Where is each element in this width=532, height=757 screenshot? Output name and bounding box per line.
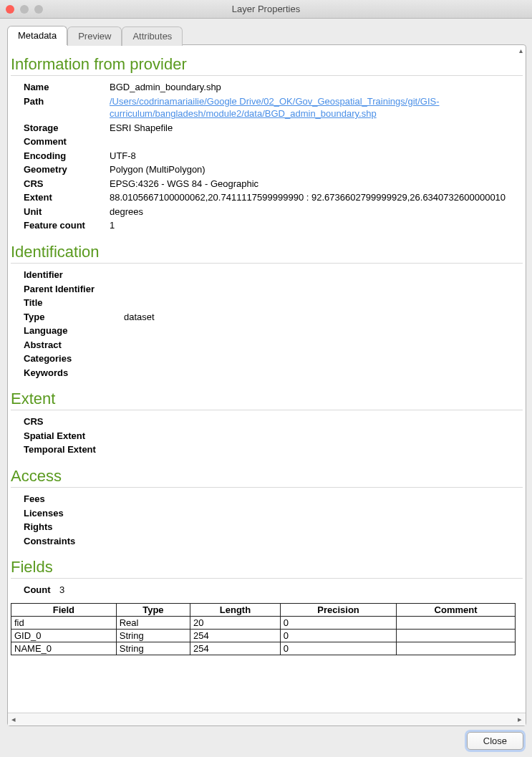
cell-field: GID_0	[11, 629, 117, 642]
value-identifier	[124, 269, 523, 281]
label-encoding: Encoding	[24, 150, 110, 163]
section-heading-identification: Identification	[11, 243, 523, 264]
value-parent-identifier	[124, 283, 523, 296]
section-heading-provider: Information from provider	[11, 55, 523, 76]
value-encoding: UTF-8	[110, 150, 523, 163]
window-title: Layer Properties	[0, 4, 532, 14]
label-categories: Categories	[24, 352, 124, 365]
value-fields-count: 3	[59, 584, 523, 597]
value-keywords	[124, 367, 523, 380]
dialog-footer: Close	[7, 726, 526, 750]
titlebar: Layer Properties	[0, 0, 532, 19]
window-body: Metadata Preview Attributes ▴ Informatio…	[0, 19, 532, 757]
value-spatial-extent	[124, 430, 523, 443]
value-licenses	[110, 507, 523, 520]
label-identifier: Identifier	[24, 269, 124, 281]
label-language: Language	[24, 324, 124, 337]
tab-metadata[interactable]: Metadata	[7, 26, 67, 45]
label-comment: Comment	[24, 135, 110, 148]
value-extent-crs	[124, 415, 523, 428]
scroll-left-icon[interactable]: ◂	[8, 714, 19, 725]
horizontal-scrollbar[interactable]: ◂ ▸	[8, 713, 526, 725]
label-crs: CRS	[24, 178, 110, 191]
fields-table: Field Type Length Precision Comment fid …	[11, 603, 516, 655]
label-storage: Storage	[24, 122, 110, 135]
label-licenses: Licenses	[24, 507, 110, 520]
path-link[interactable]: /Users/codrinamariailie/Google Drive/02_…	[110, 96, 440, 120]
cell-length: 254	[190, 642, 281, 655]
label-parent-identifier: Parent Identifier	[24, 283, 124, 296]
value-language	[124, 324, 523, 337]
value-extent: 88.0105667100000062,20.7411117599999990 …	[110, 191, 523, 204]
value-comment	[110, 135, 523, 148]
cell-field: NAME_0	[11, 642, 117, 655]
table-header-row: Field Type Length Precision Comment	[11, 603, 516, 616]
cell-type: String	[116, 642, 190, 655]
cell-type: String	[116, 629, 190, 642]
tab-attributes[interactable]: Attributes	[122, 26, 183, 46]
metadata-scroll-area[interactable]: ▴ Information from provider NameBGD_admi…	[8, 45, 526, 713]
value-constraints	[110, 535, 523, 548]
label-unit: Unit	[24, 206, 110, 218]
th-type: Type	[116, 603, 190, 616]
label-fields-count: Count	[24, 584, 59, 597]
th-precision: Precision	[280, 603, 396, 616]
label-keywords: Keywords	[24, 367, 124, 380]
cell-comment	[397, 642, 516, 655]
table-row: GID_0 String 254 0	[11, 629, 516, 642]
close-button[interactable]: Close	[467, 732, 523, 750]
cell-precision: 0	[280, 642, 396, 655]
label-extent-crs: CRS	[24, 415, 124, 428]
access-block: Fees Licenses Rights Constraints	[11, 489, 523, 549]
cell-field: fid	[11, 616, 117, 629]
label-extent: Extent	[24, 191, 110, 204]
value-unit: degrees	[110, 206, 523, 218]
tabs: Metadata Preview Attributes	[7, 26, 526, 45]
cell-comment	[397, 629, 516, 642]
th-length: Length	[190, 603, 281, 616]
label-type: Type	[24, 311, 124, 324]
label-spatial-extent: Spatial Extent	[24, 430, 124, 443]
th-comment: Comment	[397, 603, 516, 616]
value-storage: ESRI Shapefile	[110, 122, 523, 135]
label-temporal-extent: Temporal Extent	[24, 443, 124, 456]
table-row: NAME_0 String 254 0	[11, 642, 516, 655]
label-constraints: Constraints	[24, 535, 110, 548]
table-row: fid Real 20 0	[11, 616, 516, 629]
value-rights	[110, 521, 523, 534]
section-heading-access: Access	[11, 467, 523, 488]
value-title	[124, 296, 523, 309]
label-fees: Fees	[24, 493, 110, 506]
label-path: Path	[24, 95, 110, 120]
provider-block: NameBGD_admin_boundary.shp Path/Users/co…	[11, 77, 523, 234]
label-geometry: Geometry	[24, 163, 110, 176]
cell-comment	[397, 616, 516, 629]
label-abstract: Abstract	[24, 339, 124, 352]
value-type: dataset	[124, 311, 523, 324]
label-rights: Rights	[24, 521, 110, 534]
value-categories	[124, 352, 523, 365]
th-field: Field	[11, 603, 117, 616]
section-heading-extent: Extent	[11, 390, 523, 410]
cell-precision: 0	[280, 616, 396, 629]
label-name: Name	[24, 81, 110, 94]
scroll-right-icon[interactable]: ▸	[514, 714, 526, 725]
tab-preview[interactable]: Preview	[67, 26, 122, 46]
scroll-up-icon[interactable]: ▴	[516, 47, 526, 57]
tab-panel-metadata: ▴ Information from provider NameBGD_admi…	[7, 44, 526, 726]
extent-block: CRS Spatial Extent Temporal Extent	[11, 412, 523, 458]
value-feature-count: 1	[110, 219, 523, 232]
fields-count-block: Count3	[11, 580, 523, 599]
label-feature-count: Feature count	[24, 219, 110, 232]
value-temporal-extent	[124, 443, 523, 456]
cell-precision: 0	[280, 629, 396, 642]
cell-length: 254	[190, 629, 281, 642]
value-fees	[110, 493, 523, 506]
section-heading-fields: Fields	[11, 558, 523, 579]
value-crs: EPSG:4326 - WGS 84 - Geographic	[110, 178, 523, 191]
value-path: /Users/codrinamariailie/Google Drive/02_…	[110, 95, 523, 120]
cell-type: Real	[116, 616, 190, 629]
value-name: BGD_admin_boundary.shp	[110, 81, 523, 94]
value-geometry: Polygon (MultiPolygon)	[110, 163, 523, 176]
label-title: Title	[24, 296, 124, 309]
